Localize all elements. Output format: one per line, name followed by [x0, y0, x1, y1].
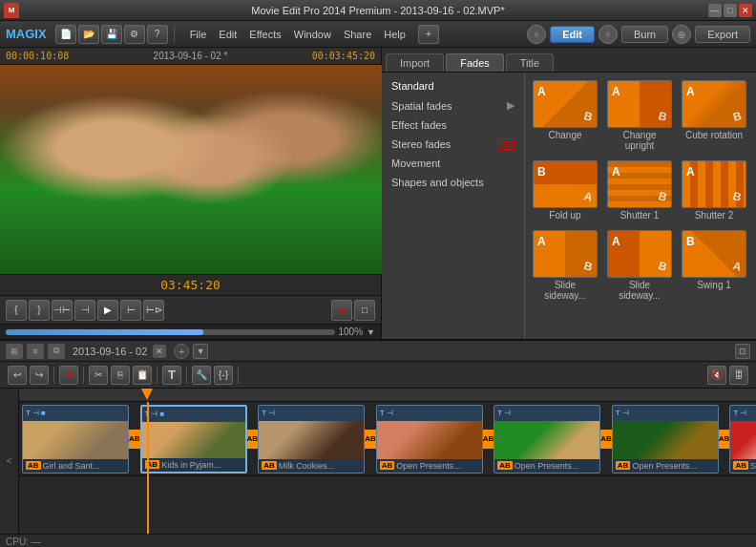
clip5-thumb	[494, 421, 599, 459]
transport-back-btn[interactable]: {	[6, 300, 27, 321]
tab-title[interactable]: Title	[506, 53, 554, 72]
clip-open-presents2[interactable]: T ⊣ AB Open Presents...	[494, 405, 600, 473]
clip3-thumb	[259, 421, 364, 459]
magix-logo: MAGIX	[6, 27, 47, 41]
effect-fold-label: Fold up	[549, 210, 580, 221]
transition-badge-4[interactable]: AB	[483, 430, 494, 449]
transport-end-btn[interactable]: ⊢⊳	[143, 300, 164, 321]
transition-badge-6[interactable]: AB	[719, 430, 730, 449]
effect-change-upright-label: Change upright	[607, 130, 672, 151]
transition-badge-3[interactable]: AB	[365, 430, 376, 449]
toolbar-sep1	[53, 367, 54, 384]
transport-play-btn[interactable]: ▶	[97, 300, 118, 321]
toolbar-save-btn[interactable]: 💾	[101, 25, 122, 44]
timeline-mode-btn[interactable]: ⧉	[48, 344, 65, 359]
transition-badge-1[interactable]: AB	[129, 430, 140, 449]
effect-cube-rotation[interactable]: AB Cube rotation	[680, 78, 748, 153]
transport-next-btn[interactable]: ⊢	[120, 300, 141, 321]
effect-slide-sideway2[interactable]: AB Slide sideway...	[605, 228, 674, 303]
menu-edit[interactable]: Edit	[213, 27, 242, 42]
effect-change-upright[interactable]: AB Change upright	[605, 78, 674, 153]
progress-track[interactable]	[6, 329, 335, 335]
effect-cube-thumb: AB	[682, 80, 746, 128]
tool-delete[interactable]: ✕	[59, 366, 78, 385]
toolbar-new-btn[interactable]: 📄	[55, 25, 76, 44]
export-button[interactable]: Export	[695, 26, 750, 43]
tool-undo[interactable]: ↩	[8, 366, 27, 385]
transport-stop-btn[interactable]: □	[354, 300, 375, 321]
tool-audio-mute[interactable]: 🔇	[707, 366, 726, 385]
minimize-button[interactable]: —	[708, 4, 722, 17]
effect-swing1[interactable]: BA Swing 1	[680, 228, 748, 303]
preview-timecode-bar: 03:45:20	[0, 274, 381, 295]
tool-cut[interactable]: ✂	[89, 366, 108, 385]
circle-icon-mid[interactable]: ○	[598, 25, 618, 44]
transition-badge-2[interactable]: AB	[247, 430, 259, 449]
circle-icon-left[interactable]: ○	[527, 25, 546, 44]
clip-milk-cookies[interactable]: T ⊣ AB Milk Cookies...	[258, 405, 365, 473]
timeline-grid-btn[interactable]: ⊞	[6, 344, 23, 359]
effect-shutter1[interactable]: AB Shutter 1	[605, 158, 674, 222]
circle-icon-right[interactable]: ◎	[672, 25, 691, 44]
timeline-dropdown-btn[interactable]: ▼	[193, 344, 208, 359]
effect-slide-sideway1[interactable]: AB Slide sideway...	[531, 228, 599, 303]
timeline-close-btn[interactable]: ✕	[153, 345, 166, 358]
menu-share[interactable]: Share	[338, 27, 377, 42]
clip4-thumb	[377, 421, 482, 459]
tool-paste[interactable]: 📋	[133, 366, 152, 385]
clip-girl-santa[interactable]: T ⊣ ■ AB Girl and Sant...	[22, 405, 129, 473]
tool-audio-settings[interactable]: 🎛	[729, 366, 748, 385]
timeline-add-btn[interactable]: +	[174, 344, 189, 359]
transport-record-btn[interactable]: ●	[331, 300, 352, 321]
tool-effects[interactable]: 🔧	[192, 366, 211, 385]
playhead-line	[147, 402, 149, 534]
toolbar-extra-btn[interactable]: +	[418, 25, 439, 44]
effect-swing1-label: Swing 1	[697, 280, 731, 290]
menu-window[interactable]: Window	[288, 27, 337, 42]
tool-copy[interactable]: ⎘	[111, 366, 130, 385]
transport-rewind-btn[interactable]: ⊣	[74, 300, 95, 321]
timeline-expand-btn[interactable]: ⊡	[735, 344, 750, 359]
clip6-thumb	[613, 421, 718, 459]
burn-button[interactable]: Burn	[621, 26, 668, 43]
clip-open-presents3[interactable]: T ⊣ AB Open Presents...	[612, 405, 719, 473]
close-button[interactable]: ✕	[739, 4, 752, 17]
transport-prev-btn[interactable]: ⊣⊢	[52, 300, 73, 321]
menu-effects[interactable]: Effects	[243, 27, 286, 42]
stereo-3d-badge: 3D	[497, 138, 514, 150]
clip-santa[interactable]: T ⊣ AB Santa...	[729, 405, 756, 473]
maximize-button[interactable]: □	[724, 4, 737, 17]
preview-track-label: 2013-09-16 - 02 *	[154, 51, 228, 61]
tool-keyframe[interactable]: {-}	[214, 366, 233, 385]
toolbar-open-btn[interactable]: 📂	[78, 25, 99, 44]
category-shapes[interactable]: Shapes and objects	[382, 173, 524, 192]
tracks-content[interactable]: T ⊣ ■ AB Girl and Sant... AB T	[19, 389, 756, 534]
category-standard[interactable]: Standard	[382, 76, 524, 95]
effect-change[interactable]: AB Change	[531, 78, 599, 153]
track-labels: V	[0, 389, 19, 534]
clip-kids-pyjam[interactable]: T ⊣ ■ AB Kids in Pyjam...	[140, 405, 247, 473]
timecode-display: 03:45:20	[160, 278, 220, 292]
edit-mode-button[interactable]: Edit	[550, 26, 595, 43]
category-stereo[interactable]: Stereo fades 3D	[382, 135, 524, 154]
zoom-arrow[interactable]: ▼	[367, 327, 375, 337]
transition-badge-5[interactable]: AB	[600, 430, 612, 449]
toolbar-settings-btn[interactable]: ⚙	[124, 25, 145, 44]
transport-controls: { } ⊣⊢ ⊣ ▶ ⊢ ⊢⊳ ● □	[0, 295, 381, 324]
tool-text[interactable]: T	[162, 366, 181, 385]
category-spatial[interactable]: Spatial fades ▶	[382, 95, 524, 116]
transport-forward-btn[interactable]: }	[29, 300, 50, 321]
toolbar-help-btn[interactable]: ?	[147, 25, 168, 44]
tab-import[interactable]: Import	[386, 53, 444, 72]
tab-fades[interactable]: Fades	[446, 53, 504, 72]
category-effect[interactable]: Effect fades	[382, 116, 524, 135]
tool-redo[interactable]: ↪	[30, 366, 49, 385]
effect-fold-up[interactable]: BA Fold up	[531, 158, 599, 222]
timeline-list-btn[interactable]: ≡	[27, 344, 44, 359]
effect-shutter2[interactable]: AB Shutter 2	[680, 158, 748, 222]
menu-help[interactable]: Help	[378, 27, 411, 42]
category-movement[interactable]: Movement	[382, 154, 524, 173]
toolbar-sep2	[83, 367, 84, 384]
menu-file[interactable]: File	[184, 27, 213, 42]
clip-open-presents1[interactable]: T ⊣ AB Open Presents...	[376, 405, 483, 473]
